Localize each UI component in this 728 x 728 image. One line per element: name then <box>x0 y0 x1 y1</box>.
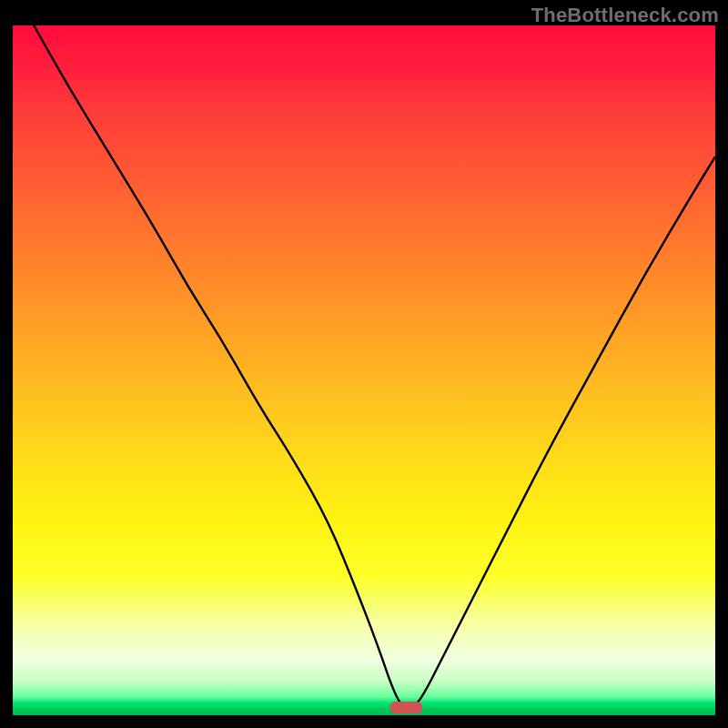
plot-area <box>13 25 715 715</box>
chart-frame: TheBottleneck.com <box>0 0 728 728</box>
bottleneck-curve <box>34 25 715 708</box>
watermark-text: TheBottleneck.com <box>531 4 719 27</box>
minimum-marker <box>389 702 422 713</box>
chart-overlay <box>13 25 715 715</box>
